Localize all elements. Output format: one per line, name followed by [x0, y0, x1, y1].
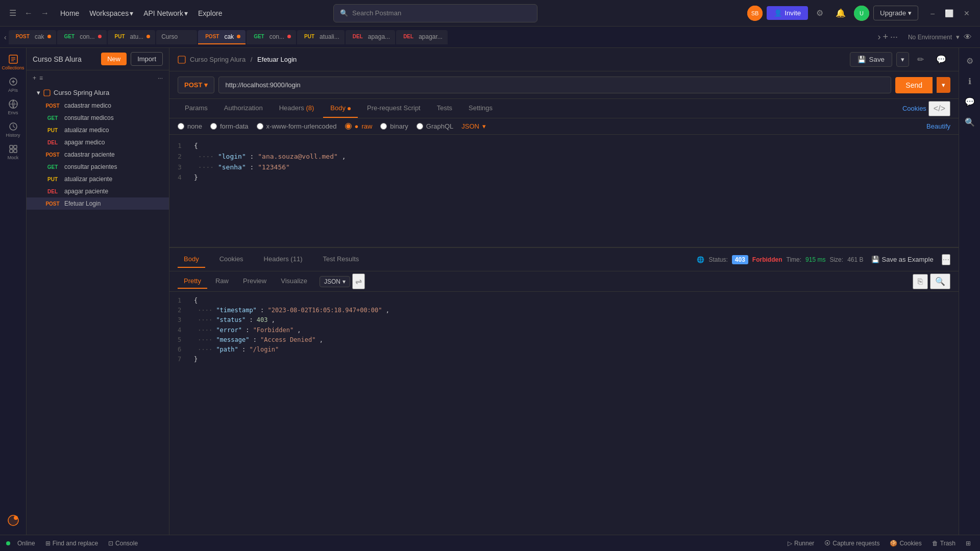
rs-settings-button[interactable]: ⚙	[961, 52, 978, 69]
workspaces-link[interactable]: Workspaces▾	[85, 7, 137, 19]
tab-params[interactable]: Params	[178, 99, 215, 118]
rs-info-button[interactable]: ℹ	[961, 72, 978, 90]
avatar[interactable]: SB	[747, 6, 763, 21]
sidebar-item-apagar-paciente[interactable]: DEL apagar paciente	[27, 185, 169, 197]
find-replace-button[interactable]: ⊞ Find and replace	[42, 539, 101, 548]
runner-button[interactable]: ▷ Runner	[785, 539, 817, 548]
runner-bottom-icon[interactable]	[3, 510, 23, 531]
resp-tab-cookies[interactable]: Cookies	[213, 251, 250, 268]
resp-pretty-tab[interactable]: Pretty	[178, 274, 207, 289]
resp-copy-button[interactable]: ⎘	[913, 274, 928, 289]
cookies-button[interactable]: 🍪 Cookies	[887, 539, 924, 548]
sidebar-item-apagar-medico[interactable]: DEL apagar medico	[27, 136, 169, 148]
tab-0[interactable]: POST cak	[9, 30, 56, 44]
comment-icon-button[interactable]: 💬	[932, 53, 950, 66]
request-body-editor[interactable]: 1{ 2 ···· "login" : "ana.souza@voll.med"…	[169, 135, 959, 247]
resp-format-selector[interactable]: JSON ▾	[320, 276, 350, 287]
sidebar-item-atualizar-medico[interactable]: PUT atualizar medico	[27, 124, 169, 136]
sidebar-section-collections[interactable]: + ≡ ···	[27, 70, 169, 86]
sidebar-item-consultar-medicos[interactable]: GET consultar medicos	[27, 112, 169, 124]
user-avatar[interactable]: U	[854, 6, 869, 21]
env-settings[interactable]: 👁	[964, 33, 972, 42]
history-nav-button[interactable]: History	[3, 119, 23, 140]
new-tab-button[interactable]: +	[883, 32, 888, 42]
menu-button[interactable]: ☰	[6, 6, 19, 20]
tab-8[interactable]: DEL apagar...	[396, 30, 448, 44]
tab-prerequest[interactable]: Pre-request Script	[360, 99, 428, 118]
api-network-link[interactable]: API Network▾	[139, 7, 192, 19]
option-form-data[interactable]: form-data	[210, 122, 249, 130]
resp-tab-body[interactable]: Body	[178, 251, 205, 268]
save-example-button[interactable]: 💾 Save as Example	[871, 256, 933, 263]
option-binary[interactable]: binary	[380, 122, 408, 130]
edit-icon-button[interactable]: ✏	[913, 53, 928, 66]
grid-button[interactable]: ⊞	[963, 539, 974, 548]
resp-preview-tab[interactable]: Preview	[237, 274, 273, 289]
collection-curso-spring[interactable]: ▾ Curso Spring Alura	[27, 86, 169, 99]
json-format-selector[interactable]: JSON ▾	[461, 122, 486, 130]
tab-tests[interactable]: Tests	[430, 99, 459, 118]
cookies-link[interactable]: Cookies	[902, 105, 926, 112]
send-button[interactable]: Send	[895, 77, 933, 93]
tab-headers[interactable]: Headers (8)	[272, 99, 322, 118]
tab-scroll-right[interactable]: ›	[877, 32, 880, 42]
back-button[interactable]: ←	[21, 7, 36, 20]
resp-raw-tab[interactable]: Raw	[209, 274, 235, 289]
close-button[interactable]: ✕	[960, 7, 974, 19]
sidebar-item-cadastrar-medico[interactable]: POST cadastrar medico	[27, 99, 169, 112]
rs-search-button[interactable]: 🔍	[961, 113, 978, 131]
mock-nav-button[interactable]: Mock	[3, 142, 23, 162]
resp-search-button[interactable]: 🔍	[930, 273, 950, 289]
minimize-button[interactable]: –	[926, 7, 939, 19]
search-bar[interactable]: 🔍 Search Postman	[333, 4, 537, 22]
rs-comment-button[interactable]: 💬	[961, 93, 978, 110]
sidebar-item-atualizar-paciente[interactable]: PUT atualizar paciente	[27, 173, 169, 185]
resp-tab-headers[interactable]: Headers (11)	[258, 251, 309, 268]
settings-button[interactable]: ⚙	[812, 6, 827, 20]
sidebar-item-efetuar-login[interactable]: POST Efetuar Login	[27, 197, 169, 210]
resp-filter-button[interactable]: ⇌	[352, 273, 365, 289]
sidebar-item-cadastrar-paciente[interactable]: POST cadastrar paciente	[27, 148, 169, 161]
save-button[interactable]: 💾 Save	[850, 52, 892, 67]
bell-button[interactable]: 🔔	[831, 6, 850, 20]
tab-scroll-left[interactable]: ‹	[2, 31, 9, 43]
home-link[interactable]: Home	[56, 7, 83, 19]
env-dropdown[interactable]: ▾	[956, 33, 960, 41]
import-button[interactable]: Import	[131, 52, 163, 66]
tab-3[interactable]: Curso	[156, 30, 197, 44]
tab-authorization[interactable]: Authorization	[217, 99, 270, 118]
method-selector[interactable]: POST ▾	[178, 77, 214, 93]
online-status-button[interactable]: Online	[14, 539, 38, 548]
code-view-button[interactable]: </>	[928, 101, 950, 116]
invite-button[interactable]: 👤 Invite	[767, 6, 808, 20]
trash-button[interactable]: 🗑 Trash	[929, 539, 959, 548]
option-urlencoded[interactable]: x-www-form-urlencoded	[257, 122, 337, 130]
tab-7[interactable]: DEL apaga...	[346, 30, 395, 44]
tab-2[interactable]: PUT atu...	[108, 30, 156, 44]
more-tabs-button[interactable]: ···	[890, 32, 898, 42]
environments-nav-button[interactable]: Envs	[3, 97, 23, 117]
url-input[interactable]	[218, 77, 891, 93]
upgrade-button[interactable]: Upgrade ▾	[873, 6, 918, 20]
tab-5[interactable]: GET con...	[247, 30, 296, 44]
collections-nav-button[interactable]: Collections	[3, 52, 23, 72]
tab-4-active[interactable]: POST cak	[198, 30, 246, 44]
forward-button[interactable]: →	[38, 7, 52, 20]
console-button[interactable]: ⊡ Console	[105, 539, 141, 548]
option-raw[interactable]: ● raw	[345, 122, 373, 130]
sidebar-item-consultar-pacientes[interactable]: GET consultar pacientes	[27, 161, 169, 173]
send-dropdown-button[interactable]: ▾	[937, 77, 950, 93]
save-dropdown-button[interactable]: ▾	[896, 52, 909, 67]
tab-settings[interactable]: Settings	[461, 99, 500, 118]
beautify-button[interactable]: Beautify	[926, 122, 950, 130]
tab-6[interactable]: PUT atuali...	[297, 30, 345, 44]
apis-nav-button[interactable]: APIs	[3, 74, 23, 95]
option-graphql[interactable]: GraphQL	[416, 122, 453, 130]
explore-link[interactable]: Explore	[194, 7, 226, 19]
capture-requests-button[interactable]: ⦿ Capture requests	[821, 539, 883, 548]
option-none[interactable]: none	[178, 122, 202, 130]
tab-1[interactable]: GET con...	[57, 30, 107, 44]
response-more-button[interactable]: ···	[942, 254, 950, 265]
resp-tab-test-results[interactable]: Test Results	[316, 251, 365, 268]
maximize-button[interactable]: ⬜	[941, 7, 958, 19]
